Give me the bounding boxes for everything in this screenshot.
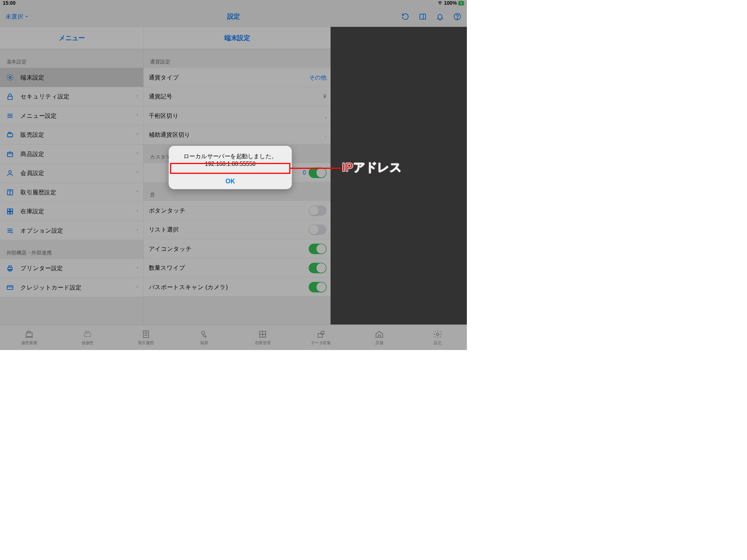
- modal-ip-address: 192.168.1.80:55550: [174, 161, 287, 167]
- modal-title: ローカルサーバーを起動しました。: [174, 153, 287, 160]
- server-started-modal: ローカルサーバーを起動しました。 192.168.1.80:55550 OK: [169, 146, 292, 189]
- modal-ok-button[interactable]: OK: [169, 173, 292, 189]
